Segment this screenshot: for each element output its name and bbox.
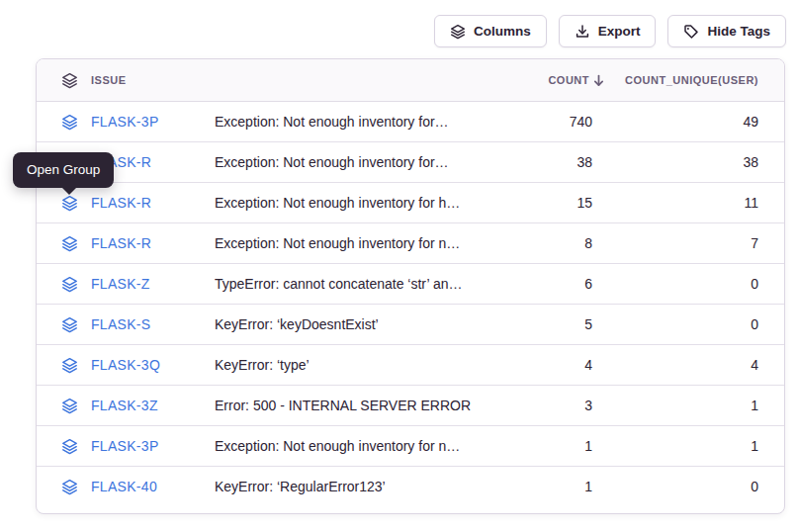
issue-title: Error: 500 - INTERNAL SERVER ERROR: [215, 398, 487, 413]
issue-title: Exception: Not enough inventory for…: [215, 114, 487, 130]
count-value: 1: [487, 438, 605, 454]
column-label-count: COUNT: [548, 74, 589, 86]
issue-link[interactable]: FLASK-3Q: [91, 357, 160, 373]
open-group-tooltip: Open Group: [13, 152, 114, 188]
issue-title: KeyError: ‘type’: [215, 357, 487, 373]
stack-icon: [450, 24, 466, 40]
button-label: Export: [598, 24, 641, 39]
issue-cell: FLASK-3Q: [37, 357, 215, 374]
count-value: 15: [487, 195, 605, 211]
stack-icon: [61, 438, 78, 455]
issue-title: KeyError: ‘keyDoesntExist’: [215, 316, 487, 332]
table-row: FLASK-RException: Not enough inventory f…: [37, 223, 784, 264]
table-row: FLASK-RException: Not enough inventory f…: [37, 183, 784, 223]
count-value: 38: [487, 154, 605, 170]
issue-title: TypeError: cannot concatenate ‘str’ an…: [215, 276, 487, 292]
count-unique-value: 49: [605, 114, 784, 130]
table-row: FLASK-RException: Not enough inventory f…: [37, 142, 784, 183]
issue-link[interactable]: FLASK-40: [91, 479, 157, 494]
tooltip-arrow: [62, 188, 76, 195]
count-value: 6: [487, 276, 605, 292]
stack-icon: [61, 398, 78, 414]
column-label-issue: ISSUE: [91, 74, 127, 86]
issue-cell: FLASK-R: [37, 235, 215, 252]
issue-link[interactable]: FLASK-3Z: [91, 398, 158, 413]
column-header-count-unique[interactable]: COUNT_UNIQUE(USER): [605, 74, 784, 86]
stack-icon: [61, 114, 78, 131]
issue-link[interactable]: FLASK-R: [91, 235, 151, 251]
issue-title: Exception: Not enough inventory for…: [215, 154, 487, 170]
issue-link[interactable]: FLASK-S: [91, 316, 150, 332]
count-unique-value: 38: [605, 154, 784, 170]
count-unique-value: 1: [605, 438, 784, 454]
table-row: FLASK-SKeyError: ‘keyDoesntExist’50: [37, 305, 784, 345]
table-row: FLASK-3QKeyError: ‘type’44: [37, 345, 784, 386]
issue-cell: FLASK-Z: [37, 276, 215, 293]
count-value: 5: [487, 316, 605, 332]
count-unique-value: 11: [605, 195, 784, 211]
toolbar: ColumnsExportHide Tags: [434, 15, 786, 47]
issue-title: KeyError: ‘RegularError123’: [215, 479, 487, 494]
stack-icon: [61, 357, 78, 374]
count-unique-value: 0: [605, 479, 784, 494]
results-table: ISSUE COUNT COUNT_UNIQUE(USER) FLASK-3PE…: [36, 58, 785, 514]
download-icon: [575, 24, 590, 40]
stack-icon: [61, 316, 78, 333]
tooltip-label: Open Group: [27, 162, 100, 177]
issue-cell: FLASK-3Z: [37, 398, 215, 414]
issue-link[interactable]: FLASK-3P: [91, 114, 159, 130]
count-value: 4: [487, 357, 605, 373]
issue-cell: FLASK-3P: [37, 438, 215, 455]
issue-cell: FLASK-R: [37, 195, 215, 212]
stack-icon: [61, 276, 78, 293]
issue-link[interactable]: FLASK-3P: [91, 438, 159, 454]
count-value: 3: [487, 398, 605, 413]
table-row: FLASK-3PException: Not enough inventory …: [37, 426, 784, 467]
count-unique-value: 0: [605, 276, 784, 292]
hide-tags-button[interactable]: Hide Tags: [667, 15, 786, 47]
column-header-issue[interactable]: ISSUE: [37, 72, 215, 89]
table-row: FLASK-3ZError: 500 - INTERNAL SERVER ERR…: [37, 386, 784, 426]
issue-link[interactable]: FLASK-Z: [91, 276, 150, 292]
count-unique-value: 0: [605, 316, 784, 332]
count-unique-value: 1: [605, 398, 784, 413]
issue-link[interactable]: FLASK-R: [91, 195, 151, 211]
column-header-count[interactable]: COUNT: [487, 74, 605, 87]
count-value: 8: [487, 235, 605, 251]
count-value: 1: [487, 479, 605, 494]
stack-icon: [61, 195, 78, 212]
count-unique-value: 4: [605, 357, 784, 373]
issue-cell: FLASK-40: [37, 479, 215, 495]
sort-desc-icon: [592, 74, 605, 87]
stack-icon: [61, 72, 78, 89]
table-row: FLASK-ZTypeError: cannot concatenate ‘st…: [37, 264, 784, 305]
table-row: FLASK-40KeyError: ‘RegularError123’10: [37, 467, 784, 506]
column-label-count-unique: COUNT_UNIQUE(USER): [625, 74, 758, 86]
button-label: Hide Tags: [707, 24, 770, 39]
table-row: FLASK-3PException: Not enough inventory …: [37, 102, 784, 142]
issue-title: Exception: Not enough inventory for n…: [215, 438, 487, 454]
issue-cell: FLASK-S: [37, 316, 215, 333]
table-body: FLASK-3PException: Not enough inventory …: [37, 102, 784, 506]
button-label: Columns: [474, 24, 531, 39]
stack-icon: [61, 479, 78, 495]
table-header: ISSUE COUNT COUNT_UNIQUE(USER): [37, 59, 784, 102]
count-unique-value: 7: [605, 235, 784, 251]
stack-icon: [61, 235, 78, 252]
issue-title: Exception: Not enough inventory for n…: [215, 235, 487, 251]
issue-cell: FLASK-3P: [37, 114, 215, 131]
count-value: 740: [487, 114, 605, 130]
export-button[interactable]: Export: [559, 15, 657, 47]
tag-icon: [683, 24, 699, 40]
issue-title: Exception: Not enough inventory for h…: [215, 195, 487, 211]
columns-button[interactable]: Columns: [434, 15, 547, 47]
